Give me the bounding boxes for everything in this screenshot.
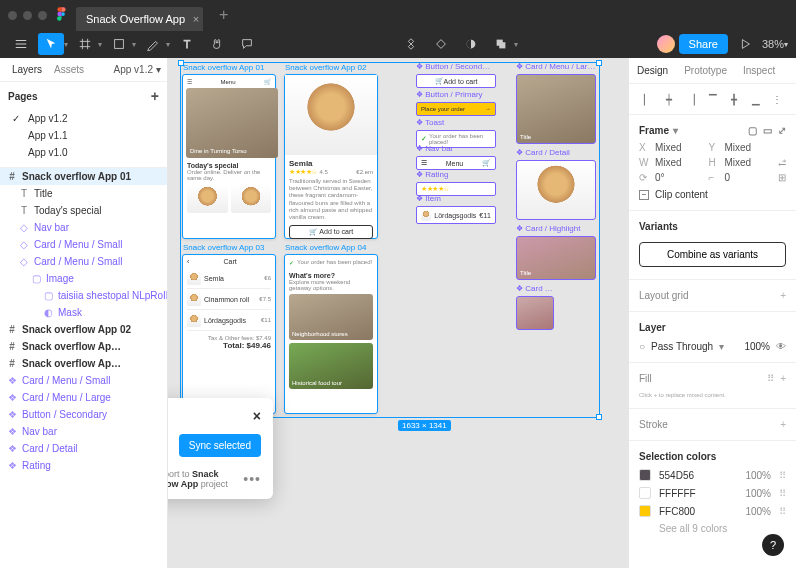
- layer-row[interactable]: ◇Card / Menu / Small: [0, 236, 167, 253]
- layer-row[interactable]: #Snack overflow Ap…: [0, 338, 167, 355]
- canvas-frame-04[interactable]: Snack overflow App 04 ✓Your order has be…: [284, 254, 378, 414]
- clip-content-checkbox[interactable]: Clip content: [655, 189, 708, 200]
- align-hcenter-icon[interactable]: ┿: [659, 90, 681, 108]
- add-page-button[interactable]: +: [151, 88, 159, 104]
- radius-field[interactable]: 0: [725, 172, 731, 183]
- component-navbar[interactable]: ❖ Nav bar ☰Menu🛒: [416, 156, 496, 170]
- layer-row[interactable]: ◇Card / Menu / Small: [0, 253, 167, 270]
- canvas-frame-02[interactable]: Snack overflow App 02 Semla ★★★★☆4.5 €2.…: [284, 74, 378, 239]
- selection-color-row[interactable]: FFFFFF100%⠿: [629, 484, 796, 502]
- selection-color-row[interactable]: FFC800100%⠿: [629, 502, 796, 520]
- rotation-field[interactable]: 0°: [655, 172, 665, 183]
- layer-row[interactable]: ❖Card / Detail: [0, 440, 167, 457]
- layer-row[interactable]: ◇Nav bar: [0, 219, 167, 236]
- canvas-frame-01[interactable]: Snack overflow App 01 ☰Menu🛒 Dine in Tur…: [182, 74, 276, 239]
- resize-fit-icon[interactable]: ▢: [748, 125, 757, 136]
- component-item[interactable]: ❖ Item Lördagsgodis€11: [416, 206, 496, 224]
- hand-tool[interactable]: [204, 33, 230, 55]
- h-field[interactable]: Mixed: [725, 157, 752, 168]
- traffic-lights: [8, 11, 47, 20]
- fill-hint: Click + to replace mixed content.: [629, 388, 796, 402]
- distribute-icon[interactable]: ⋮: [766, 90, 788, 108]
- layer-row[interactable]: TToday's special: [0, 202, 167, 219]
- resize-fixed-icon[interactable]: ▭: [763, 125, 772, 136]
- fill-styles-icon[interactable]: ⠿: [767, 373, 774, 384]
- combine-variants-button[interactable]: Combine as variants: [639, 242, 786, 267]
- tab-design[interactable]: Design: [629, 58, 676, 83]
- present-button[interactable]: [732, 33, 758, 55]
- component-button-primary[interactable]: ❖ Button / Primary Place your order→: [416, 102, 496, 116]
- sync-selected-button[interactable]: Sync selected: [179, 434, 261, 457]
- reexport-label: Re-export to Snack Overflow App project: [168, 469, 235, 489]
- add-fill-icon[interactable]: +: [780, 373, 786, 384]
- pen-tool[interactable]: [140, 33, 166, 55]
- component-button-secondary[interactable]: ❖ Button / Second… 🛒 Add to cart: [416, 74, 496, 88]
- visibility-icon[interactable]: 👁: [776, 341, 786, 352]
- boolean-tool[interactable]: [488, 33, 514, 55]
- w-field[interactable]: Mixed: [655, 157, 682, 168]
- align-right-icon[interactable]: ▕: [680, 90, 702, 108]
- x-field[interactable]: Mixed: [655, 142, 682, 153]
- layer-row[interactable]: #Snack overflow App 02: [0, 321, 167, 338]
- figma-logo-icon[interactable]: [57, 7, 66, 23]
- zoom-level[interactable]: 38%: [762, 38, 784, 50]
- layer-row[interactable]: ▢taisiia shestopal NLpRoIH…: [0, 287, 167, 304]
- menu-button[interactable]: [8, 33, 34, 55]
- component-card-highlight[interactable]: ❖ Card / Highlight Title: [516, 236, 596, 280]
- layer-row[interactable]: ❖Rating: [0, 457, 167, 474]
- file-tab[interactable]: Snack Overflow App ×: [76, 7, 203, 31]
- mask-tool[interactable]: [458, 33, 484, 55]
- align-bottom-icon[interactable]: ▁: [745, 90, 767, 108]
- y-field[interactable]: Mixed: [725, 142, 752, 153]
- align-left-icon[interactable]: ▏: [637, 90, 659, 108]
- comment-tool[interactable]: [234, 33, 260, 55]
- page-item[interactable]: ✓App v1.2: [8, 110, 159, 127]
- shape-tool[interactable]: [106, 33, 132, 55]
- layer-row[interactable]: ❖Card / Menu / Large: [0, 389, 167, 406]
- canvas-frame-03[interactable]: Snack overflow App 03 ‹Cart Semla€6 Cina…: [182, 254, 276, 414]
- component-card-detail[interactable]: ❖ Card / Detail: [516, 160, 596, 220]
- component-card-small[interactable]: ❖ Card …: [516, 296, 554, 330]
- more-icon[interactable]: •••: [243, 471, 261, 487]
- radius-independent-icon[interactable]: ⊞: [778, 172, 786, 183]
- user-avatar[interactable]: [657, 35, 675, 53]
- align-vcenter-icon[interactable]: ╋: [723, 90, 745, 108]
- component-tool[interactable]: [398, 33, 424, 55]
- close-icon[interactable]: ×: [253, 408, 261, 424]
- layer-row[interactable]: ❖Card / Menu / Small: [0, 372, 167, 389]
- add-stroke-icon[interactable]: +: [780, 419, 786, 430]
- share-button[interactable]: Share: [679, 34, 728, 54]
- layer-row[interactable]: ❖Nav bar: [0, 423, 167, 440]
- page-dropdown[interactable]: App v1.2▾: [114, 64, 161, 75]
- add-layout-grid-icon[interactable]: +: [780, 290, 786, 301]
- tab-inspect[interactable]: Inspect: [735, 58, 783, 83]
- selection-color-row[interactable]: 554D56100%⠿: [629, 466, 796, 484]
- text-tool[interactable]: [174, 33, 200, 55]
- zeplin-popup: Zeplin × # 4 ❖ 10 Sync selected Re-expor…: [168, 398, 273, 499]
- layer-row[interactable]: #Snack overflow App 01: [0, 168, 167, 185]
- variants-heading: Variants: [639, 221, 678, 232]
- tab-assets[interactable]: Assets: [48, 58, 90, 81]
- layer-row[interactable]: ▢Image: [0, 270, 167, 287]
- tab-prototype[interactable]: Prototype: [676, 58, 735, 83]
- align-top-icon[interactable]: ▔: [702, 90, 724, 108]
- layer-row[interactable]: ❖Button / Secondary: [0, 406, 167, 423]
- page-item[interactable]: App v1.1: [8, 127, 159, 144]
- blend-mode-dropdown[interactable]: Pass Through: [651, 341, 713, 352]
- instance-tool[interactable]: [428, 33, 454, 55]
- new-tab-button[interactable]: +: [219, 6, 228, 24]
- layer-row[interactable]: ◐Mask: [0, 304, 167, 321]
- canvas[interactable]: 1633 × 1341 Snack overflow App 01 ☰Menu🛒…: [168, 58, 628, 568]
- opacity-field[interactable]: 100%: [744, 341, 770, 352]
- move-tool[interactable]: [38, 33, 64, 55]
- help-button[interactable]: ?: [762, 534, 784, 556]
- frame-tool[interactable]: [72, 33, 98, 55]
- layer-row[interactable]: TTitle: [0, 185, 167, 202]
- constrain-icon[interactable]: ⥄: [778, 157, 786, 168]
- tab-layers[interactable]: Layers: [6, 58, 48, 81]
- layer-row[interactable]: #Snack overflow Ap…: [0, 355, 167, 372]
- page-item[interactable]: App v1.0: [8, 144, 159, 161]
- resize-to-fit-icon[interactable]: ⤢: [778, 125, 786, 136]
- component-card-menu-large[interactable]: ❖ Card / Menu / Lar… Title: [516, 74, 596, 144]
- add-to-cart-button[interactable]: 🛒 Add to cart: [289, 225, 373, 239]
